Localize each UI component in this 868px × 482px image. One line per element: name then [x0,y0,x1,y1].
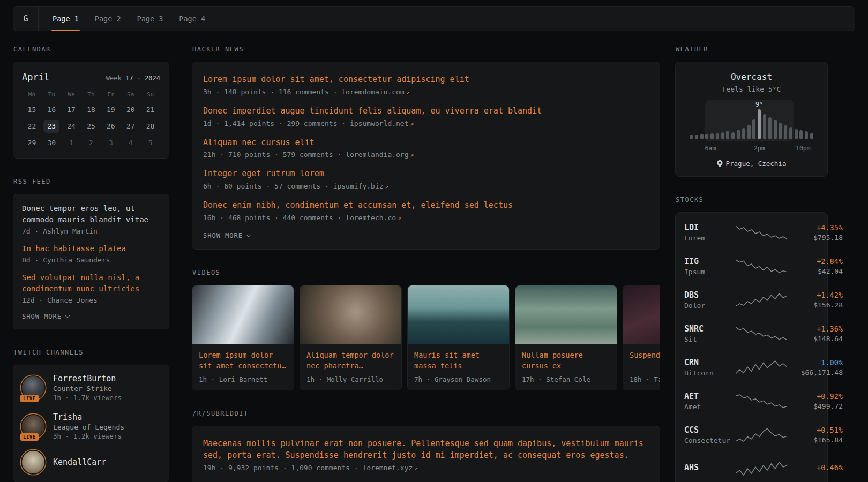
subreddit-post-title-link[interactable]: Maecenas mollis pulvinar erat non posuer… [203,439,643,460]
chevron-down-icon [65,313,70,318]
video-card[interactable]: Mauris sit amet massa felis 7h · Grayson… [407,285,510,391]
avatar [22,451,44,473]
weather-location-text: Prague, Czechia [726,160,787,168]
rss-item-title: Donec tempor eros leo, ut commodo mauris… [22,203,160,225]
stock-change: +0.46% [787,463,843,472]
stock-ticker: AHS [684,463,736,472]
hn-meta-text: 6h · 60 points · 57 comments · [203,182,333,190]
video-body: Aliquam tempor dolor nec pharetra… 1h · … [300,344,401,390]
twitch-channel-name: ForrestBurton [53,374,122,383]
tab-page-3[interactable]: Page 3 [136,7,164,31]
video-body: Suspendisse diam 18h · Tara [623,344,660,390]
stock-price: $156.28 [787,301,843,309]
twitch-channel-name: Trisha [53,412,124,422]
stock-row[interactable]: LDI Lorem +4.35% $795.18 [684,215,819,249]
twitch-card: LIVE ForrestBurton Counter-Strike 1h · 1… [13,365,169,482]
hn-item-meta: 21h · 710 points · 579 comments · loreml… [203,150,649,159]
stock-sparkline [736,326,787,342]
video-card[interactable]: Lorem ipsum dolor sit amet consectetu… 1… [192,285,294,391]
external-link-icon: ↗ [406,89,410,96]
dow-label: Th [81,91,101,98]
hn-item-title-link[interactable]: Integer eget rutrum lorem [203,169,324,178]
video-meta: 1h · Molly Carrillo [306,375,395,383]
hn-domain-link[interactable]: loremtech.co [346,214,396,222]
calendar-day: 16 [43,103,59,116]
hn-item-title-link[interactable]: Lorem ipsum dolor sit amet, consectetur … [203,74,469,84]
stock-values: +1.42% $156.28 [787,291,843,309]
stock-ticker: CRN [684,358,736,367]
week-number: 17 [125,74,133,82]
weather-location: Prague, Czechia [685,160,818,168]
calendar-day: 26 [103,120,119,133]
weather-condition: Overcast [685,72,818,82]
video-card[interactable]: Nullam posuere cursus ex 17h · Stefan Co… [515,285,617,391]
stock-change: +1.36% [787,325,843,333]
stock-ticker: IIG [684,257,736,266]
hn-item-title-link[interactable]: Donec imperdiet augue tincidunt felis al… [203,106,542,116]
rss-show-more-button[interactable]: SHOW MORE [22,313,69,320]
rss-widget: RSS FEED Donec tempor eros leo, ut commo… [13,178,169,329]
time-label: 2pm [754,145,765,152]
calendar-day: 22 [24,120,40,133]
stock-row[interactable]: AET Amet +0.92% $499.72 [684,384,819,418]
tab-page-2[interactable]: Page 2 [94,7,122,31]
rss-item-meta: 12d · Chance Jones [22,296,160,304]
hn-meta-text: 1d · 1,414 points · 299 comments · [203,119,350,127]
twitch-channel-row[interactable]: LIVE Trisha League of Legends 3h · 1.2k … [22,412,160,440]
stock-row[interactable]: CCS Consectetur +0.51% $165.84 [684,418,819,451]
section-title-twitch: TWITCH CHANNELS [13,349,169,356]
twitch-avatar-wrap: LIVE [22,415,44,438]
calendar-day-headers: Mo Tu We Th Fr Sa Su [22,91,160,98]
videos-scroll-row[interactable]: Lorem ipsum dolor sit amet consectetu… 1… [192,285,660,391]
weather-card: Overcast Feels like 5°C 9° 6am 2pm 10pm … [675,62,828,177]
rss-item[interactable]: Donec tempor eros leo, ut commodo mauris… [22,203,160,235]
map-pin-icon [717,160,723,167]
stock-id: AHS [684,463,736,474]
hn-item: Donec imperdiet augue tincidunt felis al… [203,106,649,127]
section-title-stocks: STOCKS [676,196,828,204]
stock-row[interactable]: CRN Bitcorn -1.00% $66,171.48 [684,350,819,384]
app-logo[interactable]: G [13,7,39,31]
hn-item-meta: 1d · 1,414 points · 299 comments · ipsum… [203,119,649,127]
live-badge: LIVE [20,433,39,441]
stock-row[interactable]: DBS Dolor +1.42% $156.28 [684,283,819,317]
external-link-icon: ↗ [410,120,414,127]
hn-domain-link[interactable]: loremdomain.com [341,88,404,96]
stock-values: +0.46% [787,463,843,473]
stocks-widget: STOCKS LDI Lorem +4.35% $795.18 IIG [675,196,828,482]
twitch-channel-meta: 1h · 1.7k viewers [53,394,122,402]
stock-row[interactable]: SNRC Sit +1.36% $148.64 [684,317,819,350]
stock-ticker: LDI [684,223,736,232]
tab-page-4[interactable]: Page 4 [178,7,206,31]
time-label: 10pm [796,145,811,152]
rss-item-meta: 8d · Cynthia Saunders [22,256,160,264]
stock-row[interactable]: IIG Ipsum +2.84% $42.04 [684,249,819,283]
stock-id: SNRC Sit [684,324,736,343]
hn-domain-link[interactable]: loremlandia.org [346,150,408,159]
weather-feels-like: Feels like 5°C [685,85,818,93]
hn-show-more-button[interactable]: SHOW MORE [203,232,250,239]
video-card[interactable]: Aliquam tempor dolor nec pharetra… 1h · … [300,285,402,391]
hn-domain-link[interactable]: ipsumify.biz [333,182,384,190]
subreddit-domain-link[interactable]: loremnet.xyz [362,464,413,472]
stock-row[interactable]: AHS +0.46% [684,451,819,482]
twitch-channel-row[interactable]: LIVE ForrestBurton Counter-Strike 1h · 1… [22,374,160,402]
tab-page-1[interactable]: Page 1 [51,7,80,31]
twitch-channel-row[interactable]: KendallCarr [22,451,160,473]
hn-item-title-link[interactable]: Donec enim nibh, condimentum et accumsan… [203,200,513,210]
stock-name: Ipsum [684,268,736,276]
hn-item-title-link[interactable]: Aliquam nec cursus elit [203,138,315,147]
topbar: G Page 1 Page 2 Page 3 Page 4 [13,6,855,31]
external-link-icon: ↗ [398,215,401,222]
video-card[interactable]: Suspendisse diam 18h · Tara [623,285,660,391]
hn-domain-link[interactable]: ipsumworld.net [350,119,409,127]
calendar-day: 28 [143,120,159,133]
video-thumbnail [192,285,294,344]
rss-item[interactable]: In hac habitasse platea 8d · Cynthia Sau… [22,243,160,264]
hacker-news-widget: HACKER NEWS Lorem ipsum dolor sit amet, … [192,46,660,250]
section-title-videos: VIDEOS [192,269,660,276]
calendar-day: 17 [63,103,79,116]
video-meta: 7h · Grayson Dawson [414,375,503,383]
rss-item[interactable]: Sed volutpat nulla nisl, a condimentum n… [22,272,160,304]
calendar-card: April Week 17 · 2024 Mo Tu We Th Fr Sa S… [13,62,169,159]
